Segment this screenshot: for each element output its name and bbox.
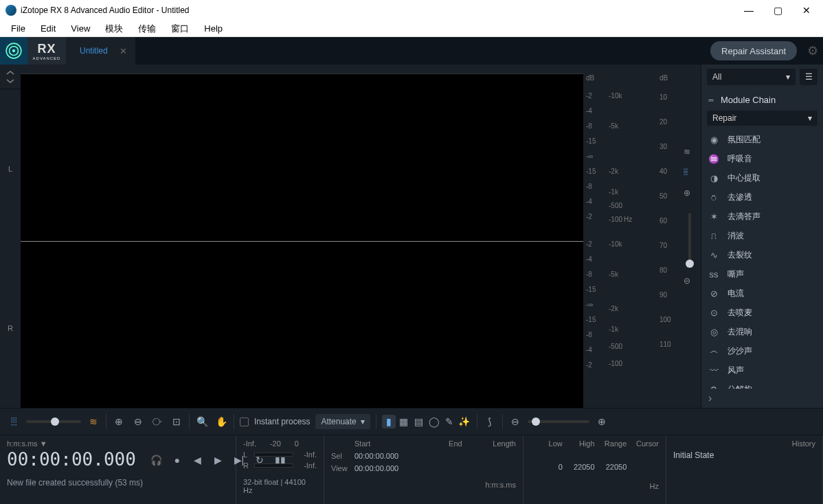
channel-right-label[interactable]: R <box>0 249 21 408</box>
ampl-tick: 20 <box>659 118 667 126</box>
svg-point-2 <box>12 49 15 52</box>
freq-range-value[interactable]: 22050 <box>595 463 627 471</box>
menu-window[interactable]: 窗口 <box>164 21 196 36</box>
hand-tool-icon[interactable]: ✋ <box>214 415 228 428</box>
brand-spiral-icon[interactable] <box>0 37 27 65</box>
module-de-clip[interactable]: ⎍消波 <box>701 226 823 245</box>
menu-file[interactable]: File <box>4 22 32 35</box>
freq-high-value[interactable]: 22050 <box>563 463 595 471</box>
minimize-button[interactable]: — <box>741 5 757 16</box>
module-de-reverb[interactable]: ◎去混响 <box>701 322 823 341</box>
waveform-spectrogram-slider[interactable] <box>26 420 81 423</box>
zoom-out-horiz-icon[interactable]: ⊖ <box>508 415 522 428</box>
module-de-rustle[interactable]: ෴沙沙声 <box>701 341 823 360</box>
module-menu-button[interactable]: ☰ <box>800 69 818 85</box>
zoom-in-vert-icon[interactable]: ⊕ <box>684 188 696 201</box>
spectrogram-settings-icon[interactable]: ≋ <box>684 147 696 159</box>
menu-edit[interactable]: Edit <box>34 22 63 35</box>
ampl-unit: dB <box>659 74 668 82</box>
timecode-display[interactable]: 00:00:00.000 <box>7 449 136 470</box>
module-filter-select[interactable]: All ▾ <box>707 69 796 85</box>
hz-tick: -5k <box>609 271 618 278</box>
selection-start-value[interactable]: 00:00:00.000 <box>354 452 516 460</box>
module-de-crackle[interactable]: ∿去裂纹 <box>701 245 823 264</box>
main-toolbar: ⦙⦙⦙ ≋ ⊕ ⊖ ⧂ ⊡ 🔍 ✋ Instant process Attenu… <box>0 408 823 435</box>
play-icon[interactable]: ▶ <box>212 453 225 467</box>
freq-cursor-hdr: Cursor <box>627 439 659 448</box>
chain-icon: ⎓ <box>708 95 714 105</box>
waveform-right[interactable] <box>21 242 583 409</box>
rustle-icon: ෴ <box>708 345 719 356</box>
zoom-selection-icon[interactable]: ⧂ <box>150 415 164 428</box>
module-chain-header[interactable]: ⎓ Module Chain <box>701 89 823 111</box>
wand-tool-icon[interactable]: ✨ <box>458 415 471 428</box>
module-center-extract[interactable]: ◑中心提取 <box>701 168 823 187</box>
harmonics-tool-icon[interactable]: ⟆ <box>483 415 497 428</box>
zoom-in-horiz-icon[interactable]: ⊕ <box>595 415 609 428</box>
module-breath-control[interactable]: ♒呼吸音 <box>701 149 823 168</box>
spectrogram-balance-icon[interactable]: ≋ <box>87 415 100 428</box>
collapse-channels-icon[interactable] <box>0 65 21 89</box>
zoom-in-icon[interactable]: ⊕ <box>112 415 126 428</box>
zoom-out-vert-icon[interactable]: ⊖ <box>684 276 696 288</box>
module-de-wind[interactable]: 〰风声 <box>701 360 823 380</box>
view-start-value[interactable]: 00:00:00.000 <box>354 464 516 472</box>
freq-select-tool-icon[interactable]: ▤ <box>412 415 426 428</box>
level-meters: -Inf.-200 L-Inf. R-Inf. 32-bit float | 4… <box>236 435 324 504</box>
zoom-out-icon[interactable]: ⊖ <box>131 415 145 428</box>
horizontal-zoom-slider[interactable] <box>528 420 589 423</box>
module-deconstruct[interactable]: ⚙分解构 <box>701 380 823 389</box>
headphones-icon[interactable]: 🎧 <box>150 453 164 467</box>
record-icon[interactable]: ● <box>170 453 184 467</box>
attenuate-select[interactable]: Attenuate▾ <box>315 414 370 429</box>
hz-tick: -10k <box>609 92 622 100</box>
repair-category-select[interactable]: Repair ▾ <box>707 111 818 126</box>
module-panel: All ▾ ☰ ⎓ Module Chain Repair ▾ ◉氛围匹配 ♒呼… <box>701 65 823 408</box>
waveform-left[interactable] <box>21 74 583 242</box>
module-de-click[interactable]: ✶去滴答声 <box>701 207 823 226</box>
vertical-zoom-slider[interactable] <box>688 213 691 268</box>
menu-modules[interactable]: 模块 <box>98 21 130 36</box>
status-bar: h:m:s.ms ▼ 00:00:00.000 🎧 ● ◀ ▶ ▶| ↻ ▮▮ … <box>0 435 823 504</box>
waveform-balance-icon[interactable]: ⦙⦙⦙ <box>7 415 21 428</box>
db-tick: -15 <box>586 286 596 293</box>
waveform-mode-icon[interactable]: ⦙⦙⦙ <box>684 168 696 180</box>
time-format-label[interactable]: h:m:s.ms ▼ <box>7 439 136 448</box>
channel-left-label[interactable]: L <box>0 89 21 249</box>
db-tick: -2 <box>586 213 592 220</box>
waveform-area[interactable] <box>21 65 583 408</box>
meter-r-label: R <box>243 461 250 470</box>
timeline-ruler[interactable] <box>21 65 583 74</box>
maximize-button[interactable]: ▢ <box>769 5 786 16</box>
lasso-tool-icon[interactable]: ◯ <box>427 415 441 428</box>
daw-link-icon[interactable]: ⚙ <box>802 43 823 58</box>
module-ambience-match[interactable]: ◉氛围匹配 <box>701 130 823 149</box>
freq-low-hdr: Low <box>530 439 563 448</box>
time-freq-select-tool-icon[interactable]: ▦ <box>397 415 411 428</box>
history-panel: History Initial State <box>666 435 823 504</box>
zoom-fit-icon[interactable]: ⊡ <box>170 415 183 428</box>
history-item[interactable]: Initial State <box>673 450 815 460</box>
repair-assistant-button[interactable]: Repair Assistant <box>710 41 797 60</box>
module-de-bleed[interactable]: ⍥去渗透 <box>701 187 823 207</box>
tab-close-icon[interactable]: ✕ <box>120 46 127 56</box>
freq-low-value[interactable]: 0 <box>530 463 563 471</box>
ambience-icon: ◉ <box>708 135 719 145</box>
zoom-tool-icon[interactable]: 🔍 <box>195 415 209 428</box>
module-de-ess[interactable]: ss嘶声 <box>701 264 823 284</box>
menu-view[interactable]: View <box>64 22 97 35</box>
instant-process-checkbox[interactable] <box>240 417 249 426</box>
menu-transport[interactable]: 传输 <box>131 21 163 36</box>
module-de-hum[interactable]: ⊘电流 <box>701 284 823 303</box>
menu-help[interactable]: Help <box>197 22 229 35</box>
expand-modules-icon[interactable]: › <box>701 389 823 408</box>
document-tab[interactable]: Untitled ✕ <box>66 37 136 65</box>
chevron-down-icon: ▾ <box>808 113 812 123</box>
tab-label: Untitled <box>80 46 108 56</box>
time-select-tool-icon[interactable]: ▮ <box>382 415 396 428</box>
close-button[interactable]: ✕ <box>798 5 815 16</box>
module-de-plosive[interactable]: ⊙去喷麦 <box>701 303 823 322</box>
rewind-icon[interactable]: ◀ <box>191 453 205 467</box>
brush-tool-icon[interactable]: ✎ <box>442 415 456 428</box>
hz-tick: -1k <box>609 325 618 333</box>
